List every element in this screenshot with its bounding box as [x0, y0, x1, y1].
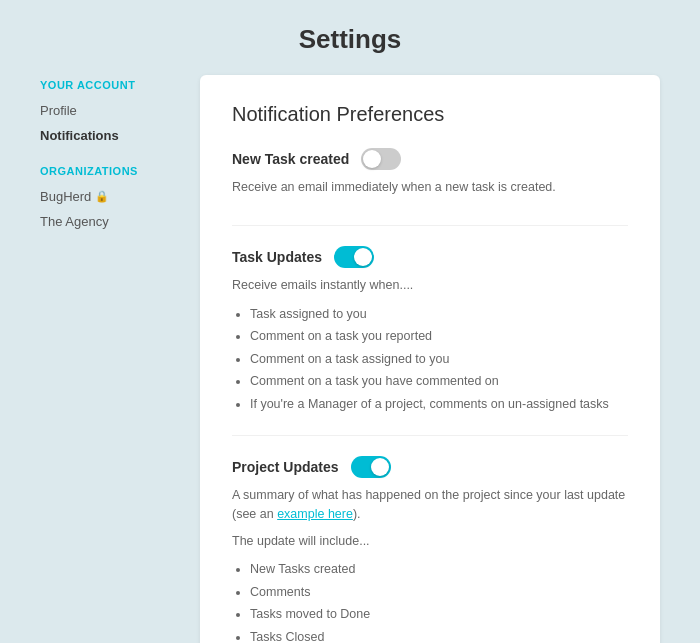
sidebar-agency-label: The Agency [40, 214, 109, 229]
sidebar-organizations-label: ORGANIZATIONS [40, 165, 170, 177]
project-updates-desc-text3: ). [353, 507, 361, 521]
new-task-toggle[interactable] [361, 148, 401, 170]
panel-title: Notification Preferences [232, 103, 628, 126]
new-task-section: New Task created Receive an email immedi… [232, 148, 628, 226]
page-title: Settings [40, 24, 660, 55]
project-updates-desc2: The update will include... [232, 532, 628, 551]
sidebar-item-notifications[interactable]: Notifications [40, 124, 170, 147]
sidebar-profile-label: Profile [40, 103, 77, 118]
task-updates-thumb [354, 248, 372, 266]
task-updates-list: Task assigned to you Comment on a task y… [232, 303, 628, 416]
project-updates-label: Project Updates [232, 459, 339, 475]
sidebar-item-profile[interactable]: Profile [40, 99, 170, 122]
list-item: If you're a Manager of a project, commen… [250, 393, 628, 416]
new-task-header: New Task created [232, 148, 628, 170]
list-item: Comment on a task you reported [250, 325, 628, 348]
sidebar-your-account-label: YOUR ACCOUNT [40, 79, 170, 91]
task-updates-toggle[interactable] [334, 246, 374, 268]
task-updates-track [334, 246, 374, 268]
list-item: New Tasks created [250, 558, 628, 581]
list-item: Tasks moved to Done [250, 603, 628, 626]
new-task-track [361, 148, 401, 170]
project-updates-desc: A summary of what has happened on the pr… [232, 486, 628, 524]
list-item: Comment on a task assigned to you [250, 348, 628, 371]
task-updates-label: Task Updates [232, 249, 322, 265]
sidebar-bugherd-label: BugHerd [40, 189, 91, 204]
new-task-label: New Task created [232, 151, 349, 167]
list-item: Task assigned to you [250, 303, 628, 326]
new-task-thumb [363, 150, 381, 168]
project-updates-section: Project Updates A summary of what has ha… [232, 456, 628, 643]
project-updates-list: New Tasks created Comments Tasks moved t… [232, 558, 628, 643]
sidebar-notifications-label: Notifications [40, 128, 119, 143]
project-updates-thumb [371, 458, 389, 476]
list-item: Tasks Closed [250, 626, 628, 643]
main-panel: Notification Preferences New Task create… [200, 75, 660, 643]
list-item: Comment on a task you have commented on [250, 370, 628, 393]
list-item: Comments [250, 581, 628, 604]
task-updates-desc: Receive emails instantly when.... [232, 276, 628, 295]
project-updates-toggle[interactable] [351, 456, 391, 478]
project-updates-track [351, 456, 391, 478]
sidebar-organizations-section: ORGANIZATIONS BugHerd 🔒 The Agency [40, 165, 170, 233]
sidebar-item-bugherd[interactable]: BugHerd 🔒 [40, 185, 170, 208]
lock-icon: 🔒 [95, 190, 109, 203]
new-task-desc: Receive an email immediately when a new … [232, 178, 628, 197]
task-updates-header: Task Updates [232, 246, 628, 268]
sidebar-item-agency[interactable]: The Agency [40, 210, 170, 233]
task-updates-section: Task Updates Receive emails instantly wh… [232, 246, 628, 436]
project-updates-header: Project Updates [232, 456, 628, 478]
sidebar-your-account-section: YOUR ACCOUNT Profile Notifications [40, 79, 170, 147]
sidebar: YOUR ACCOUNT Profile Notifications ORGAN… [40, 75, 170, 643]
example-link[interactable]: example here [277, 507, 353, 521]
